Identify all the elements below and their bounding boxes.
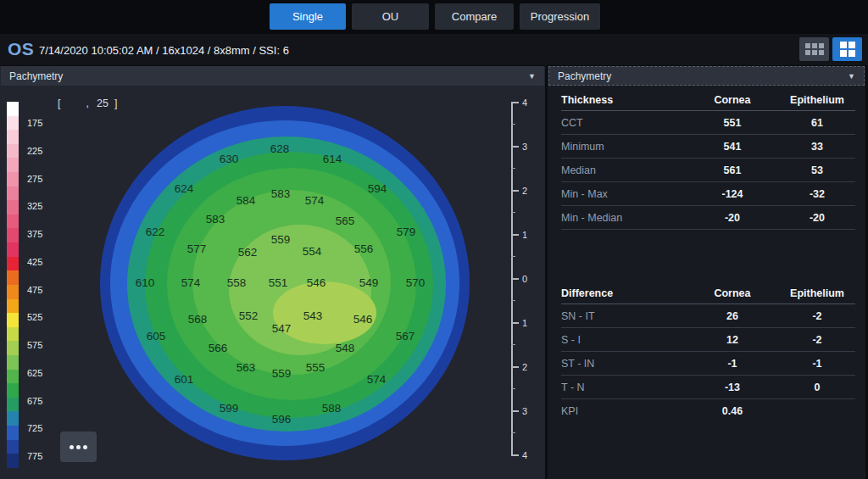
table-header-row: DifferenceCorneaEpithelium: [561, 283, 855, 304]
ruler-tick-label: 4: [522, 450, 527, 460]
row-label: CCT: [561, 117, 686, 129]
ruler-major-tick: [511, 278, 519, 280]
tab-ou[interactable]: OU: [352, 3, 429, 30]
row-label: Minimum: [561, 141, 686, 153]
view-tabs: Single OU Compare Progression: [270, 3, 600, 30]
table-header-cell: Cornea: [686, 94, 779, 106]
map-value: 556: [354, 242, 374, 255]
map-value: 559: [271, 233, 291, 246]
row-value: 0: [779, 382, 855, 393]
ruler-minor-tick: [511, 256, 515, 257]
app-window: Single OU Compare Progression OS 7/14/20…: [0, 0, 868, 479]
map-value: 570: [406, 276, 426, 289]
exam-header-bar: OS 7/14/2020 10:05:02 AM / 16x1024 / 8x8…: [0, 34, 868, 65]
layout-grid-2x2-button[interactable]: [832, 37, 862, 61]
row-label: Min - Max: [561, 188, 686, 200]
map-value: 574: [181, 276, 201, 289]
row-label: T - N: [561, 382, 686, 393]
map-value: 552: [239, 309, 259, 322]
table-header-cell: Difference: [561, 287, 686, 299]
ruler-major-tick: [511, 322, 519, 324]
row-value: 26: [686, 310, 779, 322]
chevron-down-icon: ▼: [848, 72, 855, 81]
ruler-tick-label: 3: [522, 406, 527, 416]
map-value: 599: [220, 402, 239, 415]
map-value: 555: [306, 361, 326, 374]
row-value: -124: [686, 188, 779, 200]
map-value: 546: [307, 276, 326, 289]
table-row: SN - IT26-2: [561, 304, 855, 328]
exam-meta-text: 7/14/2020 10:05:02 AM / 16x1024 / 8x8mm …: [39, 44, 289, 57]
tab-progression[interactable]: Progression: [520, 3, 600, 30]
map-value: 554: [303, 245, 322, 258]
grid-2x2-icon: [840, 42, 855, 57]
row-value: -20: [779, 212, 855, 224]
table-row: CCT55161: [561, 111, 855, 135]
map-value: 568: [188, 313, 208, 326]
map-value: 614: [323, 153, 342, 165]
table-row: T - N-130: [561, 376, 855, 399]
map-value: 584: [236, 194, 256, 207]
map-value: 628: [270, 142, 290, 155]
map-value: 549: [359, 276, 379, 289]
stats-type-dropdown-value: Pachymetry: [558, 70, 611, 82]
chevron-down-icon: ▼: [528, 72, 536, 81]
ruler-major-tick: [511, 234, 519, 236]
map-value: 622: [146, 226, 165, 238]
layout-grid-3x2-button[interactable]: [799, 37, 829, 61]
ruler-major-tick: [511, 146, 519, 148]
map-value: 566: [209, 342, 228, 354]
table-header-cell: Cornea: [686, 287, 779, 299]
map-type-dropdown[interactable]: Pachymetry ▼: [1, 66, 544, 86]
row-value: -32: [779, 188, 855, 200]
row-label: SN - IT: [561, 310, 686, 322]
map-panel: Pachymetry ▼ [ , 25 ] 175225275325375425…: [0, 66, 545, 479]
map-value: 577: [187, 242, 207, 255]
pachymetry-map[interactable]: 6286306146245945845835745835656225795595…: [0, 85, 545, 479]
map-value: 547: [272, 322, 292, 335]
row-label: ST - IN: [561, 358, 686, 370]
ruler-minor-tick: [511, 168, 515, 169]
table-row: S - I12-2: [561, 328, 855, 352]
tab-single[interactable]: Single: [270, 3, 346, 30]
map-value: 610: [136, 276, 155, 289]
row-value: -20: [686, 212, 779, 224]
ruler-minor-tick: [511, 124, 515, 125]
map-value: 596: [272, 413, 292, 426]
ruler-minor-tick: [511, 388, 515, 389]
map-value: 548: [336, 342, 355, 354]
row-value: -1: [779, 358, 855, 370]
ruler-major-tick: [511, 190, 519, 192]
vertical-ruler: 432101234: [509, 102, 536, 458]
table-header-row: ThicknessCorneaEpithelium: [561, 90, 855, 111]
map-value: 605: [147, 330, 166, 343]
map-value: 574: [367, 373, 387, 386]
ruler-minor-tick: [511, 344, 515, 345]
more-options-button[interactable]: [60, 432, 97, 462]
map-value: 551: [269, 276, 288, 289]
table-row: Min - Median-20-20: [561, 206, 855, 230]
map-type-dropdown-value: Pachymetry: [9, 70, 63, 82]
ruler-tick-label: 2: [522, 362, 527, 372]
stats-panel: Pachymetry ▼ ThicknessCorneaEpitheliumCC…: [548, 66, 865, 479]
table-header-cell: Epithelium: [779, 94, 855, 106]
ruler-major-tick: [511, 410, 519, 412]
top-tab-bar: Single OU Compare Progression: [0, 0, 868, 34]
row-value: -1: [686, 358, 779, 370]
ruler-minor-tick: [511, 300, 515, 301]
row-value: -13: [686, 382, 779, 393]
row-value: 551: [686, 117, 779, 129]
map-value: 630: [220, 153, 239, 165]
thickness-table: ThicknessCorneaEpitheliumCCT55161Minimum…: [548, 90, 865, 230]
row-value: 541: [686, 141, 779, 153]
table-row: Minimum54133: [561, 135, 855, 159]
row-label: Median: [561, 164, 686, 176]
map-value: 567: [396, 330, 415, 343]
tab-compare[interactable]: Compare: [435, 3, 514, 30]
ruler-tick-label: 4: [522, 97, 527, 108]
map-value: 543: [303, 309, 323, 322]
ruler-minor-tick: [511, 432, 515, 433]
map-value: 601: [175, 373, 194, 386]
stats-type-dropdown[interactable]: Pachymetry ▼: [548, 66, 865, 86]
ruler-tick-label: 3: [522, 142, 527, 152]
